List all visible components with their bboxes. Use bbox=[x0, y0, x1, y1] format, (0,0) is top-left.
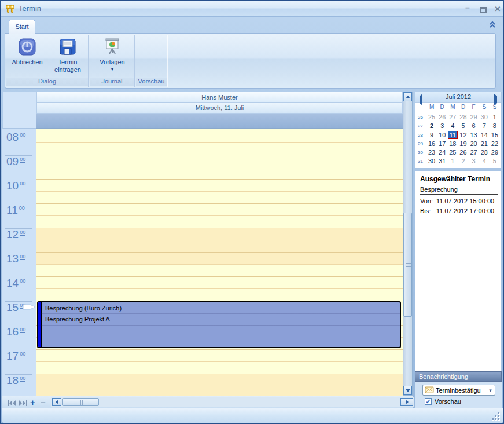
day-cell[interactable]: 5 bbox=[458, 122, 468, 130]
day-cell[interactable]: 17 bbox=[437, 140, 447, 148]
day-cell[interactable]: 22 bbox=[490, 140, 500, 148]
day-cell[interactable]: 27 bbox=[469, 148, 479, 157]
vorschau-checkbox[interactable]: ✓ bbox=[425, 398, 432, 405]
day-cell[interactable]: 24 bbox=[437, 148, 447, 157]
envelope-icon bbox=[425, 385, 434, 396]
day-cell[interactable]: 2 bbox=[458, 157, 468, 166]
day-cell[interactable]: 25 bbox=[447, 148, 458, 157]
day-cell[interactable]: 12 bbox=[458, 131, 468, 140]
ribbon-group-journal: Vorlagen ▾ Journal bbox=[90, 35, 135, 87]
day-cell[interactable]: 30 bbox=[479, 113, 490, 122]
vertical-scrollbar[interactable] bbox=[403, 92, 413, 396]
horizontal-scrollbar-thumb[interactable] bbox=[62, 398, 99, 406]
close-button[interactable]: ✕ bbox=[492, 5, 503, 13]
day-cell[interactable]: 27 bbox=[447, 113, 458, 122]
horizontal-scrollbar[interactable] bbox=[51, 397, 414, 407]
day-cell[interactable]: 23 bbox=[426, 148, 437, 157]
selected-appointment-name: Besprechung bbox=[420, 186, 498, 195]
day-cell-selected[interactable]: 11 bbox=[447, 131, 458, 140]
day-cell[interactable]: 26 bbox=[437, 113, 447, 122]
minimize-button[interactable]: – bbox=[462, 5, 473, 13]
zoom-out-button[interactable]: − bbox=[41, 399, 46, 406]
resize-grip-icon[interactable] bbox=[491, 411, 499, 420]
abbrechen-button[interactable]: Abbrechen bbox=[8, 37, 47, 66]
ribbon-group-vorschau: Vorschau bbox=[136, 35, 167, 87]
vorlagen-dropdown-icon[interactable]: ▾ bbox=[111, 67, 113, 72]
vorschau-checkbox-row[interactable]: ✓ Vorschau bbox=[425, 398, 461, 405]
day-cell[interactable]: 1 bbox=[447, 157, 458, 166]
thumb-grip-icon bbox=[406, 263, 411, 268]
day-cell[interactable]: 29 bbox=[490, 148, 500, 157]
vorschau-checkbox-label: Vorschau bbox=[435, 398, 461, 405]
day-cell[interactable]: 13 bbox=[469, 131, 479, 140]
day-cell[interactable]: 28 bbox=[479, 148, 490, 157]
day-cell[interactable]: 19 bbox=[458, 140, 468, 148]
day-cell[interactable]: 30 bbox=[426, 157, 437, 166]
week-number: 28 bbox=[417, 131, 426, 140]
notification-type-dropdown[interactable]: Terminbestätigu ▾ bbox=[422, 385, 495, 396]
vertical-scrollbar-thumb[interactable] bbox=[403, 213, 412, 317]
resource-header: Hans Muster bbox=[36, 92, 403, 103]
day-cell[interactable]: 28 bbox=[458, 113, 468, 122]
selected-time-pointer-icon bbox=[23, 302, 36, 315]
day-cell[interactable]: 15 bbox=[490, 131, 500, 140]
day-cell[interactable]: 20 bbox=[469, 140, 479, 148]
day-cell[interactable]: 16 bbox=[426, 140, 437, 148]
scroll-down-button[interactable] bbox=[403, 386, 412, 395]
day-cell[interactable]: 8 bbox=[490, 122, 500, 130]
vorlagen-button[interactable]: Vorlagen ▾ bbox=[93, 37, 132, 72]
appointment-to-row: Bis: 11.07.2012 17:00:00 bbox=[420, 207, 500, 214]
day-cell[interactable]: 1 bbox=[490, 113, 500, 122]
day-cell[interactable]: 29 bbox=[469, 113, 479, 122]
termin-eintragen-button[interactable]: Termineintragen bbox=[48, 37, 87, 74]
group-label-journal: Journal bbox=[90, 78, 134, 86]
day-cell[interactable]: 4 bbox=[447, 122, 458, 130]
abbrechen-label: Abbrechen bbox=[12, 59, 42, 66]
week-number: 30 bbox=[417, 148, 426, 157]
scroll-up-button[interactable] bbox=[403, 92, 412, 101]
mini-calendar-grid: 26 25 26 27 28 29 30 1 27 2 3 4 5 6 7 8 … bbox=[417, 113, 500, 166]
day-cell[interactable]: 25 bbox=[426, 113, 437, 122]
tab-start[interactable]: Start bbox=[9, 20, 35, 34]
collapse-ribbon-button[interactable] bbox=[488, 20, 499, 30]
day-cell[interactable]: 7 bbox=[479, 122, 490, 130]
day-cell[interactable]: 3 bbox=[437, 122, 447, 130]
hour-label-13: 1300 bbox=[2, 253, 36, 277]
appointment-text: Besprechung (Büro Zürich) Besprechung Pr… bbox=[45, 303, 122, 325]
mini-calendar-month: Juli 2012 bbox=[446, 93, 471, 100]
notification-header: Benachrichtigung bbox=[415, 371, 502, 382]
allday-band[interactable] bbox=[36, 114, 403, 129]
day-cell[interactable]: 9 bbox=[426, 131, 437, 140]
zoom-in-button[interactable]: + bbox=[30, 399, 35, 406]
weekday-header-row: MD MD FS S bbox=[417, 104, 500, 111]
skip-back-icon bbox=[7, 400, 16, 407]
day-grid[interactable]: Besprechung (Büro Zürich) Besprechung Pr… bbox=[36, 129, 403, 396]
group-label-vorschau: Vorschau bbox=[136, 78, 167, 86]
appointment-besprechung[interactable]: Besprechung (Büro Zürich) Besprechung Pr… bbox=[37, 301, 401, 348]
dropdown-value: Terminbestätigu bbox=[436, 387, 486, 394]
title-bar: Termin – ✕ bbox=[1, 1, 504, 17]
maximize-button[interactable] bbox=[477, 5, 489, 13]
dropdown-arrow-icon[interactable]: ▾ bbox=[486, 388, 495, 393]
triangle-down-icon bbox=[406, 389, 410, 392]
selected-appointment-panel: Ausgewählter Termin Besprechung Von: 11.… bbox=[415, 170, 502, 371]
day-cell-today[interactable]: 2 bbox=[426, 122, 437, 130]
day-cell[interactable]: 10 bbox=[437, 131, 447, 140]
busy-indicator-bar bbox=[38, 302, 42, 347]
scroll-right-button[interactable] bbox=[400, 398, 413, 406]
day-cell[interactable]: 3 bbox=[469, 157, 479, 166]
appointment-from-row: Von: 11.07.2012 15:00:00 bbox=[420, 198, 500, 204]
day-cell[interactable]: 6 bbox=[469, 122, 479, 130]
hour-label-11: 1100 bbox=[2, 204, 36, 228]
day-cell[interactable]: 14 bbox=[479, 131, 490, 140]
hour-label-08: 0800 bbox=[2, 131, 36, 155]
calendar-corner-cell bbox=[3, 92, 36, 129]
day-cell[interactable]: 21 bbox=[479, 140, 490, 148]
day-cell[interactable]: 4 bbox=[479, 157, 490, 166]
day-cell[interactable]: 31 bbox=[437, 157, 447, 166]
day-cell[interactable]: 26 bbox=[458, 148, 468, 157]
save-icon bbox=[58, 37, 78, 57]
day-cell[interactable]: 18 bbox=[447, 140, 458, 148]
day-cell[interactable]: 5 bbox=[490, 157, 500, 166]
scroll-left-button[interactable] bbox=[52, 398, 61, 406]
